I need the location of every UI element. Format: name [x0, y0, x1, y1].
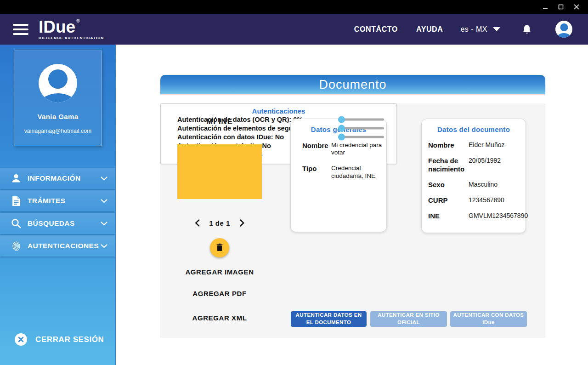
page-indicator: 1 de 1: [209, 219, 230, 227]
row-label: Sexo: [428, 181, 469, 188]
sidebar-item-label: AUTENTICACIONES: [28, 242, 101, 250]
row-value: Masculino: [469, 181, 498, 188]
document-panel: MI INE 1 de 1: [160, 103, 545, 338]
sidebar-item-tramites[interactable]: TRÁMITES: [0, 190, 115, 211]
next-page-icon[interactable]: [238, 218, 245, 228]
data-row: Fecha de nacimiento 20/05/1992: [428, 157, 526, 173]
sidebar-item-informacion[interactable]: INFORMACIÓN: [0, 168, 115, 189]
data-row: Sexo Masculino: [428, 181, 526, 188]
previous-page-icon[interactable]: [194, 218, 201, 228]
add-image-button[interactable]: AGREGAR IMAGEN: [185, 268, 254, 276]
auth-ocr-slider[interactable]: [338, 116, 384, 123]
language-value: es - MX: [460, 25, 487, 34]
add-pdf-button[interactable]: AGREGAR PDF: [192, 290, 246, 297]
hamburger-menu-icon[interactable]: [13, 24, 28, 35]
chevron-down-icon: [101, 199, 107, 203]
slider-track: [338, 118, 384, 120]
slider-handle[interactable]: [338, 116, 345, 123]
sidebar-item-label: TRÁMITES: [28, 197, 101, 205]
data-row: Tipo Credencial ciudadanía, INE: [302, 165, 386, 179]
nav-contacto[interactable]: CONTÁCTO: [354, 25, 398, 34]
card-title: Autenticaciones: [161, 107, 396, 115]
row-value: Credencial ciudadanía, INE: [331, 165, 383, 179]
autenticar-datos-documento-button[interactable]: AUTENTICAR DATOS EN EL DOCUMENTO: [291, 311, 367, 327]
data-row: CURP 1234567890: [428, 196, 526, 204]
nav-ayuda[interactable]: AYUDA: [416, 25, 443, 34]
slider-handle[interactable]: [338, 133, 345, 140]
profile-avatar: [39, 64, 77, 103]
data-row: Nombre Eider Muñoz: [428, 141, 526, 149]
row-label: Nombre: [302, 142, 331, 156]
chevron-down-icon: [101, 222, 107, 226]
row-value: Eider Muñoz: [469, 141, 505, 149]
main-content: Documento MI INE 1 de 1: [115, 45, 588, 365]
page-title-banner: Documento: [160, 75, 545, 94]
minimize-button[interactable]: [537, 0, 553, 14]
row-value: 20/05/1992: [469, 157, 501, 165]
auth-row: Autenticación de elementos de seguridad:…: [161, 124, 396, 132]
auth-security-slider[interactable]: [338, 125, 384, 131]
notifications-bell-icon[interactable]: [522, 24, 531, 34]
sidebar-item-label: BÚSQUEDAS: [28, 219, 101, 228]
auth-idue-slider[interactable]: [338, 134, 384, 140]
language-selector[interactable]: es - MX: [460, 25, 500, 34]
document-icon: [10, 196, 22, 206]
row-label: Fecha de nacimiento: [428, 157, 469, 173]
window-titlebar: [0, 0, 588, 14]
row-value: GMVLM1234567890: [469, 212, 528, 220]
search-icon: [10, 218, 22, 228]
row-label: INE: [428, 212, 469, 220]
logo-title: IDue: [39, 18, 75, 35]
avatar-shoulders-icon: [557, 33, 571, 38]
document-name-label: MI INE: [206, 117, 233, 126]
avatar-head-icon: [48, 69, 68, 89]
chevron-down-icon: [101, 177, 107, 181]
row-label: Nombre: [428, 141, 469, 149]
sidebar-item-busquedas[interactable]: BÚSQUEDAS: [0, 213, 115, 234]
sidebar-item-autenticaciones[interactable]: AUTENTICACIONES: [0, 235, 115, 257]
avatar-shoulders-icon: [40, 93, 77, 103]
app-window: IDue ® DILIGENCE AUTHENTICATION CONTÁCTO…: [0, 0, 588, 365]
chevron-down-icon: [101, 244, 107, 248]
fingerprint-icon: [10, 241, 22, 251]
slider-track: [338, 136, 384, 138]
person-icon: [10, 173, 22, 183]
app-header: IDue ® DILIGENCE AUTHENTICATION CONTÁCTO…: [0, 14, 588, 45]
logout-button[interactable]: CERRAR SESIÓN: [15, 333, 104, 346]
slider-handle[interactable]: [338, 125, 345, 131]
close-button[interactable]: [569, 0, 584, 14]
chevron-down-icon: [493, 27, 500, 31]
pagination: 1 de 1: [194, 218, 245, 228]
delete-document-button[interactable]: [210, 238, 229, 257]
autenticar-sitio-oficial-button[interactable]: AUTENTICAR EN SITIO OFICIAL: [370, 311, 447, 327]
trash-icon: [216, 243, 223, 253]
logo-subtitle: DILIGENCE AUTHENTICATION: [39, 36, 104, 40]
datos-documento-card: Datos del documento Nombre Eider Muñoz F…: [421, 119, 526, 233]
registered-mark: ®: [76, 19, 79, 23]
row-value: Mi credencial para votar: [331, 142, 383, 156]
sidebar: Vania Gama vaniagamag@hotmail.com INFORM…: [0, 45, 115, 365]
data-row: INE GMVLM1234567890: [428, 212, 526, 220]
avatar-head-icon: [560, 23, 568, 31]
profile-email: vaniagamag@hotmail.com: [24, 128, 92, 134]
data-row: Nombre Mi credencial para votar: [302, 142, 386, 156]
logout-label: CERRAR SESIÓN: [35, 335, 104, 344]
page-title: Documento: [319, 78, 386, 92]
slider-track: [338, 127, 384, 129]
profile-name: Vania Gama: [37, 113, 78, 120]
user-avatar[interactable]: [555, 21, 572, 38]
add-xml-button[interactable]: AGREGAR XML: [192, 314, 247, 322]
auth-row: Autenticación con datos IDue: No: [161, 132, 396, 141]
sidebar-item-label: INFORMACIÓN: [28, 174, 101, 182]
app-logo: IDue ® DILIGENCE AUTHENTICATION: [39, 18, 104, 40]
maximize-button[interactable]: [553, 0, 569, 14]
row-label: Tipo: [302, 165, 331, 179]
document-image-preview[interactable]: [177, 144, 262, 199]
close-circle-icon: [15, 333, 27, 346]
autenticar-datos-idue-button[interactable]: AUTENTICAR CON DATOS IDue: [450, 311, 527, 327]
profile-card: Vania Gama vaniagamag@hotmail.com: [14, 51, 102, 146]
sidebar-menu: INFORMACIÓN TRÁMITES: [0, 168, 115, 258]
card-title: Datos del documento: [428, 125, 519, 133]
row-label: CURP: [428, 196, 469, 204]
row-value: 1234567890: [469, 196, 504, 204]
